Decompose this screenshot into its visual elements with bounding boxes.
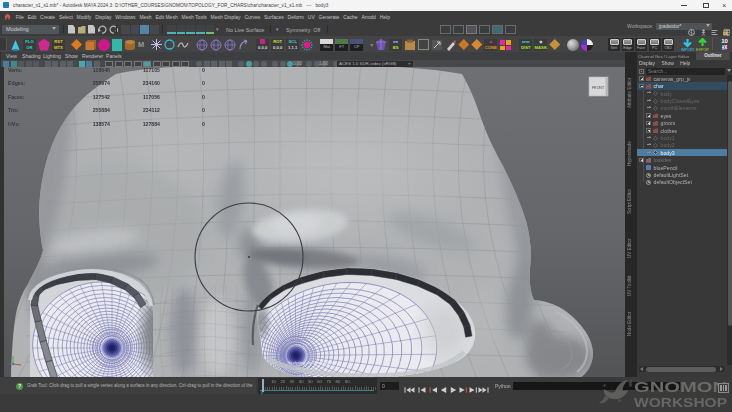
svg-text:FRONT: FRONT [592, 86, 605, 90]
svg-text:117056: 117056 [143, 94, 160, 100]
svg-text:GNOMON: GNOMON [634, 379, 727, 395]
svg-text:Verts:: Verts: [8, 67, 23, 73]
svg-text:0: 0 [202, 80, 205, 86]
svg-text:UVs:: UVs: [8, 121, 20, 127]
svg-text:0: 0 [202, 121, 205, 127]
svg-text:117105: 117105 [143, 67, 160, 73]
svg-text:THE: THE [628, 380, 632, 388]
svg-text:WORKSHOP: WORKSHOP [634, 395, 727, 410]
svg-text:234160: 234160 [143, 80, 160, 86]
svg-text:128645: 128645 [93, 67, 110, 73]
svg-text:127884: 127884 [143, 121, 160, 127]
svg-text:0: 0 [202, 94, 205, 100]
svg-text:Tris:: Tris: [8, 107, 19, 113]
svg-text:IMPORT: IMPORT [681, 47, 694, 51]
svg-text:255884: 255884 [93, 107, 110, 113]
svg-text:EXPORT: EXPORT [696, 47, 709, 51]
svg-text:Vtx grab tool: Vtx grab tool [296, 367, 317, 371]
svg-text:Faces:: Faces: [8, 94, 25, 100]
svg-text:Edges:: Edges: [8, 80, 26, 86]
svg-text:234112: 234112 [143, 107, 160, 113]
svg-text:138574: 138574 [93, 121, 110, 127]
svg-text:255974: 255974 [93, 80, 110, 86]
svg-text:0: 0 [202, 67, 205, 73]
svg-text:Sculpting on: Body3Shape: Sculpting on: Body3Shape [288, 360, 338, 365]
svg-text:0: 0 [202, 107, 205, 113]
svg-text:127542: 127542 [93, 94, 110, 100]
